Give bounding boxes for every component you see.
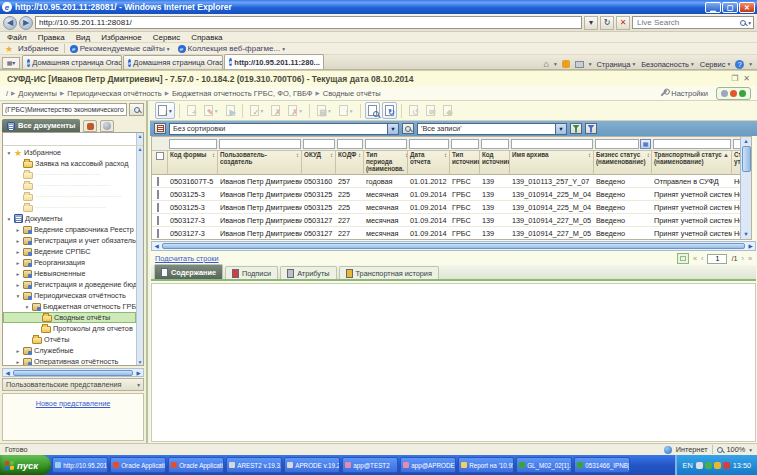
row-checkbox[interactable]: [157, 216, 159, 225]
taskbar-task[interactable]: AREST2 v.19.3.0...: [226, 457, 282, 473]
column-filter-input[interactable]: [169, 139, 217, 149]
column-header[interactable]: Транспортный статус (наименование)▲: [652, 151, 732, 175]
column-filter-input[interactable]: [481, 139, 509, 149]
home-icon[interactable]: ⌂: [543, 59, 548, 69]
filter-helper-button[interactable]: ▦: [640, 139, 651, 149]
zoom-icon[interactable]: [717, 447, 723, 453]
taskbar-task[interactable]: app@APRODE_...: [400, 457, 456, 473]
sort-icon[interactable]: ↕: [444, 152, 447, 173]
tree-filter-scrollbar[interactable]: ▲: [136, 133, 143, 145]
column-filter-input[interactable]: [337, 139, 363, 149]
table-row[interactable]: 0503127-3Иванов Петр Дмитриевич050312722…: [152, 214, 740, 227]
collapse-icon[interactable]: ▾: [24, 304, 30, 310]
forward-icon[interactable]: ▶: [19, 16, 33, 30]
scroll-right-icon[interactable]: ▶: [746, 243, 755, 249]
scrollbar-thumb[interactable]: [13, 370, 133, 376]
table-row[interactable]: 0503125-3Иванов Петр Дмитриевич050312522…: [152, 201, 740, 214]
grid-vertical-scrollbar[interactable]: ▲ ▼: [740, 137, 751, 239]
help-dropdown-icon[interactable]: ▾: [749, 61, 752, 67]
tree-item[interactable]: ····································: [3, 191, 136, 202]
organization-input[interactable]: [2, 103, 127, 116]
detail-tab-содержание[interactable]: Содержание: [154, 264, 223, 279]
page-input[interactable]: [707, 254, 727, 264]
column-header[interactable]: КОДФ↕: [336, 151, 364, 175]
help-icon[interactable]: ?: [735, 60, 744, 69]
expand-icon[interactable]: ▸: [15, 227, 21, 233]
user-views-header[interactable]: Пользовательские представления ▾: [2, 378, 144, 391]
column-filter-input[interactable]: [511, 139, 593, 149]
maximize-button[interactable]: ▢: [722, 2, 738, 13]
search-options-icon[interactable]: ▾: [748, 20, 751, 26]
row-checkbox[interactable]: [157, 203, 159, 212]
column-filter-input[interactable]: [653, 139, 731, 149]
settings-button[interactable]: Настройки: [660, 89, 708, 98]
search-input[interactable]: [635, 17, 738, 28]
print-dropdown-icon[interactable]: ▾: [589, 61, 592, 67]
detail-tab-транспортная-история[interactable]: Транспортная история: [339, 266, 439, 279]
zoom-level[interactable]: 100%: [727, 445, 746, 454]
tab-filters[interactable]: [83, 120, 97, 132]
next-page-button[interactable]: ›: [742, 254, 744, 263]
browser-tab[interactable]: ehttp://10.95.201.11:280...✕: [224, 54, 324, 69]
command-menu-item[interactable]: Страница▾: [596, 60, 635, 69]
refresh-button[interactable]: ↻: [382, 102, 397, 119]
first-page-button[interactable]: «: [693, 254, 697, 263]
tree-vertical-scrollbar[interactable]: ▲▼: [136, 146, 143, 365]
column-filter-input[interactable]: [595, 139, 639, 149]
expand-icon[interactable]: ▸: [15, 249, 21, 255]
column-header[interactable]: [152, 151, 168, 175]
new-view-link[interactable]: Новое представление: [36, 399, 111, 440]
table-row[interactable]: 0503127-3Иванов Петр Дмитриевич050312722…: [152, 227, 740, 239]
zoom-dropdown-icon[interactable]: ▾: [749, 447, 752, 453]
preview-button[interactable]: [365, 102, 380, 119]
tree-item[interactable]: ▾Бюджетная отчетность ГРБС, ФО, ГВБФ: [3, 301, 136, 312]
column-header[interactable]: Имя архива↕: [510, 151, 594, 175]
sort-combo[interactable]: Без сортировки ▼: [169, 123, 399, 135]
expand-icon[interactable]: ▸: [15, 282, 21, 288]
taskbar-task[interactable]: Report на '10.95...: [458, 457, 514, 473]
breadcrumb-item[interactable]: Бюджетная отчетность ГРБС, ФО, ГВБФ: [172, 89, 313, 98]
column-filter-input[interactable]: [733, 139, 740, 149]
menu-item[interactable]: Избранное: [101, 33, 142, 42]
taskbar-task[interactable]: http://10.95.201...: [52, 457, 108, 473]
portlet-restore-icon[interactable]: ❐: [731, 74, 738, 83]
tree-item[interactable]: ▸Реорганизация: [3, 257, 136, 268]
row-checkbox[interactable]: [157, 177, 159, 186]
back-icon[interactable]: ◀: [3, 16, 17, 30]
scrollbar-thumb[interactable]: [742, 146, 751, 172]
tray-icon-1[interactable]: [705, 462, 712, 469]
minimize-button[interactable]: ▁: [705, 2, 721, 13]
collapse-icon[interactable]: ▾: [15, 293, 21, 299]
tree-item[interactable]: ▸Служебные: [3, 345, 136, 356]
command-menu-item[interactable]: Безопасность▾: [641, 60, 694, 69]
sort-icon[interactable]: ↕: [212, 152, 215, 173]
chevron-down-icon[interactable]: ▾: [169, 108, 172, 114]
scroll-up-icon[interactable]: ▲: [743, 137, 748, 146]
chevron-down-icon[interactable]: ▾: [261, 108, 264, 114]
chevron-down-icon[interactable]: ▼: [387, 124, 398, 134]
expand-icon[interactable]: ▾: [137, 382, 140, 388]
home-dropdown-icon[interactable]: ▾: [554, 61, 557, 67]
chevron-down-icon[interactable]: ▾: [299, 108, 302, 114]
menu-item[interactable]: Файл: [7, 33, 27, 42]
tree-item[interactable]: ▸Ведение СРПБС: [3, 246, 136, 257]
chevron-down-icon[interactable]: ▾: [215, 108, 218, 114]
sort-icon[interactable]: ↕: [358, 152, 361, 173]
sort-icon[interactable]: ↕: [296, 152, 299, 173]
detail-tab-подписи[interactable]: Подписи: [225, 266, 278, 279]
tree-item[interactable]: ·······························: [3, 180, 136, 191]
column-filter-input[interactable]: [219, 139, 301, 149]
search-icon[interactable]: [740, 20, 746, 26]
chevron-down-icon[interactable]: ▾: [350, 108, 353, 114]
column-header[interactable]: Пользователь-создатель↕: [218, 151, 302, 175]
chevron-down-icon[interactable]: ▾: [328, 108, 331, 114]
filter-button[interactable]: [570, 123, 582, 134]
collapse-icon[interactable]: ▾: [6, 216, 12, 222]
column-filter-input[interactable]: [303, 139, 335, 149]
column-filter-input[interactable]: [409, 139, 449, 149]
chevron-down-icon[interactable]: ▼: [555, 124, 566, 134]
table-row[interactable]: 0503125-3Иванов Петр Дмитриевич050312522…: [152, 188, 740, 201]
command-menu-item[interactable]: Сервис▾: [700, 60, 730, 69]
refresh-icon[interactable]: ↻: [600, 16, 614, 30]
portlet-close-icon[interactable]: ✕: [743, 74, 750, 83]
